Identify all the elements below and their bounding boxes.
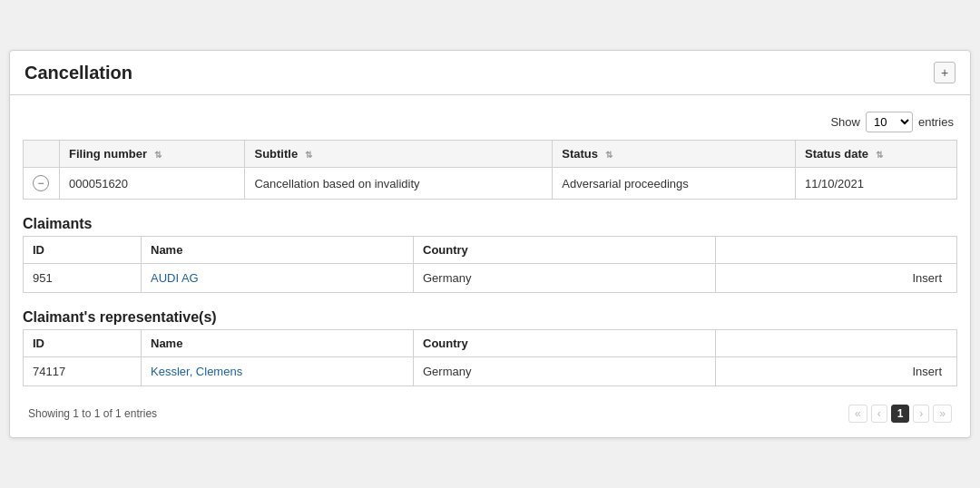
sort-icon-subtitle: ⇅ (305, 150, 312, 160)
sort-icon-status-date: ⇅ (876, 150, 883, 160)
claimant-id: 951 (24, 264, 142, 293)
entries-select[interactable]: 10 25 50 100 (866, 112, 913, 132)
col-subtitle[interactable]: Subtitle ⇅ (245, 141, 553, 168)
claimant-action[interactable]: Insert (715, 264, 956, 293)
claimants-rep-title: Claimant's representative(s) (23, 302, 957, 329)
rep-name[interactable]: Kessler, Clemens (142, 357, 414, 386)
sort-icon-status: ⇅ (605, 150, 612, 160)
pagination-last[interactable]: » (933, 405, 952, 423)
status-cell: Adversarial proceedings (553, 168, 796, 200)
rep-row: 74117 Kessler, Clemens Germany Insert (24, 357, 957, 386)
page-title: Cancellation (24, 63, 132, 83)
rep-col-id: ID (24, 330, 142, 357)
expand-cell[interactable]: − (24, 168, 60, 200)
col-status[interactable]: Status ⇅ (553, 141, 796, 168)
claimants-rep-section: Claimant's representative(s) ID Name Cou… (23, 302, 957, 386)
rep-country: Germany (414, 357, 716, 386)
col-expand (24, 141, 60, 168)
filing-number-cell: 000051620 (60, 168, 245, 200)
subtitle-cell: Cancellation based on invalidity (245, 168, 553, 200)
page-header: Cancellation + (10, 51, 970, 95)
expand-button[interactable]: − (33, 175, 49, 191)
claimants-section: Claimants ID Name Country 951 AUDI AG (23, 209, 957, 293)
claimants-col-action (715, 237, 956, 264)
claimants-col-country: Country (414, 237, 716, 264)
content-area: Show 10 25 50 100 entries Filing number … (10, 95, 970, 437)
show-entries-row: Show 10 25 50 100 entries (23, 104, 957, 140)
rep-id: 74117 (24, 357, 142, 386)
table-row: − 000051620 Cancellation based on invali… (24, 168, 957, 200)
pagination-next[interactable]: › (913, 405, 929, 423)
pagination-current[interactable]: 1 (891, 405, 910, 423)
rep-action[interactable]: Insert (715, 357, 956, 386)
claimant-country: Germany (414, 264, 716, 293)
table-footer: Showing 1 to 1 of 1 entries « ‹ 1 › » (23, 395, 957, 428)
sort-icon-filing: ⇅ (154, 150, 162, 160)
claimants-col-name: Name (142, 237, 414, 264)
status-date-cell: 11/10/2021 (795, 168, 956, 200)
header-action-button[interactable]: + (934, 62, 956, 83)
col-status-date[interactable]: Status date ⇅ (795, 141, 956, 168)
pagination: « ‹ 1 › » (848, 405, 952, 423)
showing-text: Showing 1 to 1 of 1 entries (28, 407, 157, 420)
claimant-name[interactable]: AUDI AG (142, 264, 414, 293)
claimants-row: 951 AUDI AG Germany Insert (24, 264, 957, 293)
claimants-col-id: ID (24, 237, 142, 264)
rep-name-link[interactable]: Kessler, Clemens (151, 365, 242, 378)
claimants-rep-table: ID Name Country 74117 Kessler, Clemens G… (23, 329, 957, 386)
pagination-first[interactable]: « (848, 405, 867, 423)
show-label: Show (830, 115, 860, 129)
col-filing-number[interactable]: Filing number ⇅ (60, 141, 245, 168)
claimant-name-link[interactable]: AUDI AG (151, 271, 199, 285)
claimants-title: Claimants (23, 209, 957, 236)
rep-col-action (715, 330, 956, 357)
entries-suffix: entries (918, 115, 954, 129)
rep-col-country: Country (414, 330, 716, 357)
claimants-table: ID Name Country 951 AUDI AG Germany Inse… (23, 236, 957, 293)
rep-col-name: Name (142, 330, 414, 357)
pagination-prev[interactable]: ‹ (871, 405, 887, 423)
main-table: Filing number ⇅ Subtitle ⇅ Status ⇅ Stat… (23, 140, 957, 200)
